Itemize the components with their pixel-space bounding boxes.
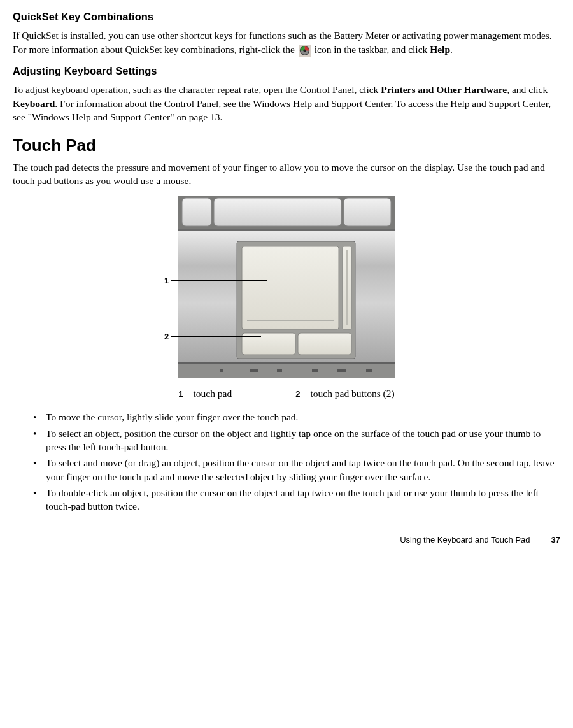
svg-rect-6 <box>182 198 211 226</box>
svg-rect-25 <box>366 369 372 372</box>
svg-rect-15 <box>346 250 348 325</box>
text-akb-3: . For information about the Control Pane… <box>13 98 551 122</box>
legend-item-2: 2 touch pad buttons (2) <box>295 387 394 400</box>
svg-rect-10 <box>178 229 395 231</box>
figure-wrap: 1 2 <box>13 196 560 381</box>
instruction-item: To double-click an object, position the … <box>33 486 560 513</box>
heading-touch-pad: Touch Pad <box>13 135 560 157</box>
instruction-item: To select an object, position the cursor… <box>33 427 560 454</box>
svg-rect-20 <box>220 369 223 372</box>
touchpad-figure: 1 2 <box>178 196 395 381</box>
instruction-item: To move the cursor, lightly slide your f… <box>33 410 560 424</box>
quickset-tray-icon <box>299 45 311 57</box>
svg-rect-19 <box>178 362 395 364</box>
paragraph-quickset: If QuickSet is installed, you can use ot… <box>13 29 560 56</box>
text-akb-bold1: Printers and Other Hardware <box>381 84 507 95</box>
paragraph-adjusting-keyboard: To adjust keyboard operation, such as th… <box>13 83 560 124</box>
callout-number-1: 1 <box>164 276 169 285</box>
text-quickset-help: Help <box>430 44 450 55</box>
svg-rect-23 <box>312 369 318 372</box>
text-akb-bold2: Keyboard <box>13 98 55 109</box>
svg-rect-18 <box>178 364 395 378</box>
svg-rect-24 <box>337 369 346 372</box>
text-quickset-post: icon in the taskbar, and click <box>315 44 430 55</box>
heading-adjusting-keyboard: Adjusting Keyboard Settings <box>13 64 560 78</box>
instructions-list: To move the cursor, lightly slide your f… <box>13 410 560 513</box>
text-akb-1: To adjust keyboard operation, such as th… <box>13 84 381 95</box>
paragraph-touch-pad: The touch pad detects the pressure and m… <box>13 161 560 188</box>
svg-rect-17 <box>298 333 351 355</box>
text-quickset-pre: If QuickSet is installed, you can use ot… <box>13 30 552 54</box>
svg-rect-8 <box>344 198 391 226</box>
heading-quickset: QuickSet Key Combinations <box>13 10 560 24</box>
footer-chapter-title: Using the Keyboard and Touch Pad <box>400 535 530 546</box>
text-quickset-end: . <box>450 44 453 55</box>
page-footer: Using the Keyboard and Touch Pad 37 <box>13 535 560 546</box>
legend-label-2: touch pad buttons (2) <box>311 387 395 400</box>
callout-line-1 <box>171 280 267 281</box>
svg-rect-22 <box>277 369 282 372</box>
svg-rect-21 <box>250 369 258 372</box>
touchpad-illustration <box>178 196 395 378</box>
callout-number-2: 2 <box>164 332 169 341</box>
svg-point-3 <box>303 49 306 52</box>
legend-num-2: 2 <box>295 389 300 400</box>
svg-rect-12 <box>242 246 339 329</box>
footer-page-number: 37 <box>551 535 560 546</box>
instruction-item: To select and move (or drag) an object, … <box>33 456 560 483</box>
legend-item-1: 1 touch pad <box>178 387 232 400</box>
callout-line-2 <box>171 336 261 337</box>
text-akb-2: , and click <box>507 84 548 95</box>
legend-num-1: 1 <box>178 389 183 400</box>
svg-rect-7 <box>214 198 341 226</box>
legend-label-1: touch pad <box>194 387 232 400</box>
footer-divider <box>541 536 541 545</box>
figure-legend: 1 touch pad 2 touch pad buttons (2) <box>13 387 560 400</box>
